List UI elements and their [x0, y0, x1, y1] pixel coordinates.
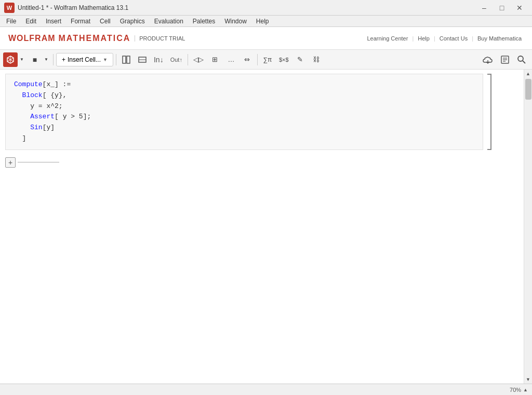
code-line-5: Sin[y]	[14, 122, 474, 133]
svg-line-14	[523, 61, 525, 63]
docs-icon	[500, 55, 510, 64]
draw-button[interactable]: ✎	[293, 52, 308, 67]
scroll-up-button[interactable]: ▲	[524, 70, 533, 78]
menu-help[interactable]: Help	[252, 16, 273, 26]
header-sep-3: |	[472, 35, 473, 42]
draw-icon: ✎	[297, 56, 303, 63]
menu-edit[interactable]: Edit	[21, 16, 41, 26]
toggle-input-icon	[138, 55, 147, 64]
input-down-icon: In↓	[154, 56, 164, 64]
output-up-button[interactable]: Out↑	[168, 52, 185, 67]
grid-view-icon	[122, 55, 131, 64]
insert-cell-button[interactable]: + Insert Cell... ▼	[56, 53, 113, 66]
swap-icon: ⇔	[244, 56, 250, 63]
output-up-icon: Out↑	[170, 57, 182, 63]
menu-bar: File Edit Insert Format Cell Graphics Ev…	[0, 16, 532, 27]
toolbar: ▼ ■ ▼ + Insert Cell... ▼ In↓ Out↑	[0, 50, 532, 70]
svg-rect-4	[123, 56, 126, 63]
main-area: Compute[x_] := Block[ {y}, y = x^2; Asse…	[0, 70, 532, 384]
header-sep-1: |	[412, 35, 414, 42]
add-cell-area: +	[0, 154, 524, 171]
wolfram-menu-button[interactable]	[3, 52, 18, 67]
scroll-thumb[interactable]	[525, 79, 531, 100]
cell-container: Compute[x_] := Block[ {y}, y = x^2; Asse…	[0, 70, 524, 154]
contact-us-link[interactable]: Contact Us	[437, 35, 470, 42]
menu-graphics[interactable]: Graphics	[116, 16, 149, 26]
zoom-level: 70%	[510, 387, 521, 393]
scroll-track[interactable]	[524, 78, 532, 375]
brand-mathematica: MATHEMATICA	[59, 34, 131, 43]
learning-center-link[interactable]: Learning Center	[365, 35, 410, 42]
toolbar-sep-4	[257, 54, 258, 65]
cloud-icon	[483, 55, 493, 64]
insert-cell-chevron-icon: ▼	[103, 57, 108, 62]
ellipsis-button[interactable]: …	[224, 52, 238, 67]
help-link[interactable]: Help	[416, 35, 432, 42]
search-icon	[517, 55, 526, 64]
title-bar: W Untitled-1 * - Wolfram Mathematica 13.…	[0, 0, 532, 16]
code-line-2: Block[ {y},	[14, 90, 474, 101]
toggle-input-button[interactable]	[135, 52, 150, 67]
menu-evaluation[interactable]: Evaluation	[150, 16, 188, 26]
title-bar-left: W Untitled-1 * - Wolfram Mathematica 13.…	[4, 3, 128, 13]
matrix-button[interactable]: $×$	[276, 52, 291, 67]
search-button[interactable]	[514, 52, 529, 67]
cell-bracket	[486, 74, 491, 150]
notebook-area[interactable]: Compute[x_] := Block[ {y}, y = x^2; Asse…	[0, 70, 524, 384]
header-links: Learning Center | Help | Contact Us | Bu…	[365, 35, 524, 42]
wolfram-dropdown-button[interactable]: ▼	[18, 52, 26, 67]
menu-window[interactable]: Window	[220, 16, 251, 26]
dropdown-arrow-icon: ▼	[20, 57, 24, 62]
svg-point-13	[518, 56, 523, 61]
ellipsis-icon: …	[228, 56, 234, 63]
code-cell[interactable]: Compute[x_] := Block[ {y}, y = x^2; Asse…	[5, 74, 483, 150]
grid-view-button[interactable]	[119, 52, 134, 67]
toolbar-sep-3	[188, 54, 188, 65]
bracket-bottom	[487, 146, 491, 150]
cloud-button[interactable]	[480, 52, 496, 67]
bracket-top	[487, 74, 491, 78]
input-down-button[interactable]: In↓	[151, 52, 166, 67]
style-button[interactable]: ■	[28, 52, 42, 67]
menu-format[interactable]: Format	[66, 16, 95, 26]
maximize-button[interactable]: □	[494, 2, 510, 13]
toolbar-sep-2	[116, 54, 116, 65]
expand-button[interactable]: ⊞	[208, 52, 222, 67]
docs-button[interactable]	[497, 52, 513, 67]
add-cell-button[interactable]: +	[5, 157, 16, 168]
title-controls: – □ ✕	[476, 2, 528, 13]
cell-block: Compute[x_] := Block[ {y}, y = x^2; Asse…	[5, 74, 498, 150]
minimize-button[interactable]: –	[476, 2, 493, 13]
brand-product: PRODUCT TRIAL	[135, 35, 185, 42]
link-icon: ⛓	[313, 56, 320, 63]
link-button[interactable]: ⛓	[309, 52, 324, 67]
swap-button[interactable]: ⇔	[240, 52, 255, 67]
code-line-1: Compute[x_] :=	[14, 79, 474, 90]
wolfram-logo-icon	[6, 56, 15, 64]
sum-button[interactable]: ∑π	[260, 52, 275, 67]
zoom-arrow-button[interactable]: ▲	[523, 387, 528, 392]
menu-insert[interactable]: Insert	[42, 16, 65, 26]
toolbar-sep-1	[53, 54, 54, 65]
add-cell-line	[18, 162, 59, 162]
header-sep-2: |	[434, 35, 435, 42]
style-dropdown-button[interactable]: ▼	[42, 52, 50, 67]
move-left-icon: ◁▷	[193, 56, 204, 63]
move-left-button[interactable]: ◁▷	[191, 52, 206, 67]
buy-link[interactable]: Buy Mathematica	[475, 35, 524, 42]
brand: WOLFRAM MATHEMATICA PRODUCT TRIAL	[8, 34, 185, 43]
wolfram-icon: W	[4, 3, 15, 13]
code-line-3: y = x^2;	[14, 101, 474, 112]
bracket-middle	[490, 78, 491, 146]
brand-wolfram: WOLFRAM	[8, 34, 56, 43]
scroll-down-button[interactable]: ▼	[524, 375, 533, 384]
menu-file[interactable]: File	[2, 16, 20, 26]
menu-palettes[interactable]: Palettes	[189, 16, 219, 26]
black-square-icon: ■	[33, 56, 37, 64]
expand-icon: ⊞	[212, 56, 218, 63]
code-line-6: ]	[14, 133, 474, 144]
close-button[interactable]: ✕	[511, 2, 528, 13]
matrix-icon: $×$	[279, 57, 289, 63]
sum-icon: ∑π	[263, 56, 272, 63]
menu-cell[interactable]: Cell	[96, 16, 115, 26]
